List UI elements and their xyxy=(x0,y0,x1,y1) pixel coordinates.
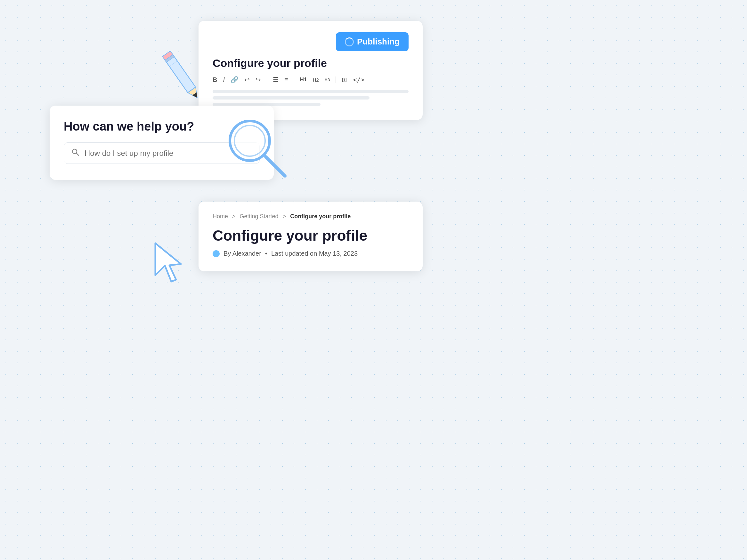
breadcrumb-home[interactable]: Home xyxy=(213,213,228,219)
svg-line-5 xyxy=(170,61,177,66)
editor-content-placeholder xyxy=(213,90,409,106)
svg-rect-3 xyxy=(162,51,173,60)
pencil-illustration xyxy=(160,45,205,109)
breadcrumb: Home > Getting Started > Configure your … xyxy=(213,213,409,220)
search-input[interactable] xyxy=(84,149,252,158)
top-card: Publishing Configure your profile B I 🔗 … xyxy=(199,21,423,120)
toolbar-h1[interactable]: H1 xyxy=(300,77,307,83)
toolbar-bold[interactable]: B xyxy=(213,76,217,83)
svg-rect-0 xyxy=(164,53,196,93)
toolbar-image[interactable]: ⊞ xyxy=(342,76,347,83)
toolbar-code[interactable]: </> xyxy=(353,76,364,83)
mid-card: How can we help you? xyxy=(50,106,274,180)
toolbar-redo[interactable]: ↪ xyxy=(256,76,261,83)
bot-card-title: Configure your profile xyxy=(213,227,409,244)
toolbar-ol[interactable]: ≡ xyxy=(284,76,288,83)
search-box[interactable] xyxy=(64,142,260,164)
svg-marker-11 xyxy=(155,243,181,282)
toolbar-undo[interactable]: ↩ xyxy=(244,76,250,83)
publishing-label: Publishing xyxy=(357,37,400,47)
breadcrumb-sep-1: > xyxy=(232,213,236,219)
toolbar-ul[interactable]: ☰ xyxy=(273,76,279,83)
toolbar-link[interactable]: 🔗 xyxy=(231,76,238,83)
editor-toolbar: B I 🔗 ↩ ↪ ☰ ≡ H1 H2 H3 ⊞ </> xyxy=(213,76,409,83)
spinner-icon xyxy=(345,37,354,46)
meta-separator: • xyxy=(265,250,267,257)
breadcrumb-getting-started[interactable]: Getting Started xyxy=(240,213,279,219)
placeholder-line-2 xyxy=(213,96,369,100)
svg-line-7 xyxy=(77,153,79,156)
toolbar-separator xyxy=(267,77,267,83)
toolbar-h3[interactable]: H3 xyxy=(325,77,330,82)
breadcrumb-current: Configure your profile xyxy=(290,213,351,219)
toolbar-separator-3 xyxy=(336,77,336,83)
mid-card-title: How can we help you? xyxy=(64,120,260,133)
toolbar-italic[interactable]: I xyxy=(223,76,225,83)
author-name: By Alexander xyxy=(224,250,261,257)
bot-card: Home > Getting Started > Configure your … xyxy=(199,202,423,271)
top-card-title: Configure your profile xyxy=(213,57,409,70)
toolbar-separator-2 xyxy=(294,77,294,83)
publishing-button[interactable]: Publishing xyxy=(336,32,409,51)
avatar xyxy=(213,250,220,257)
toolbar-h2[interactable]: H2 xyxy=(312,77,318,83)
placeholder-line-1 xyxy=(213,90,409,93)
article-meta: By Alexander • Last updated on May 13, 2… xyxy=(213,250,409,257)
cursor-illustration xyxy=(149,240,190,288)
svg-point-6 xyxy=(72,149,77,154)
breadcrumb-sep-2: > xyxy=(283,213,286,219)
last-updated: Last updated on May 13, 2023 xyxy=(271,250,358,257)
search-icon xyxy=(71,148,79,158)
svg-rect-4 xyxy=(165,55,174,62)
